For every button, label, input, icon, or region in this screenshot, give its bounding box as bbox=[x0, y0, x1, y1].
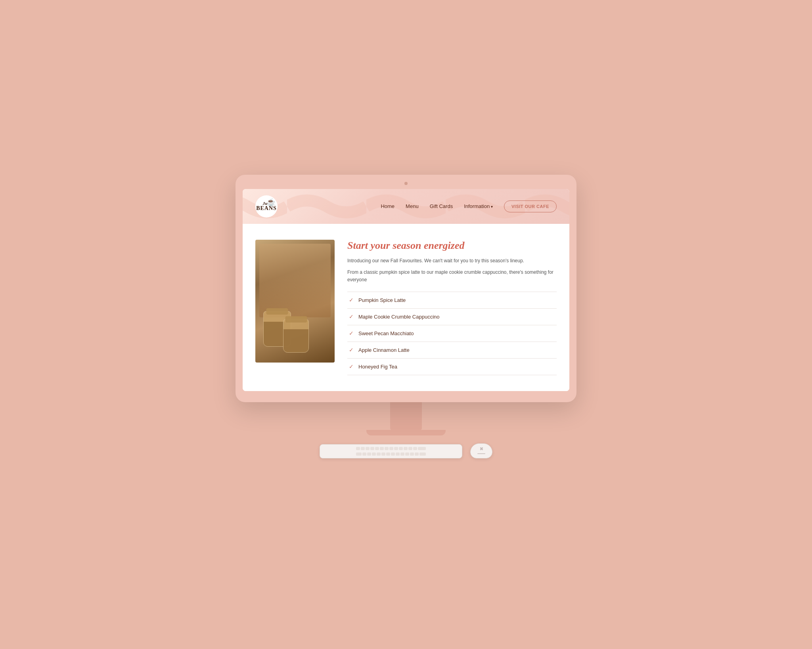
navbar: Just BEANS ☕ Home Menu Gift Cards Inform… bbox=[243, 189, 569, 224]
logo-beans: BEANS bbox=[256, 206, 277, 211]
content-area: Start your season energized Introducing … bbox=[347, 240, 557, 376]
nav-gift-cards[interactable]: Gift Cards bbox=[430, 203, 453, 209]
nav-menu[interactable]: Menu bbox=[406, 203, 419, 209]
check-icon: ✓ bbox=[349, 363, 354, 370]
main-content: Start your season energized Introducing … bbox=[243, 224, 569, 391]
sub-text: From a classic pumpkin spice latte to ou… bbox=[347, 269, 557, 284]
logo[interactable]: Just BEANS ☕ bbox=[255, 195, 278, 218]
monitor-stand-base bbox=[366, 430, 446, 435]
intro-text: Introducing our new Fall Favourites. We … bbox=[347, 257, 557, 265]
check-icon: ✓ bbox=[349, 297, 354, 304]
logo-circle: Just BEANS ☕ bbox=[255, 195, 278, 218]
menu-item-label: Sweet Pecan Macchiato bbox=[358, 330, 414, 336]
list-item: ✓ Maple Cookie Crumble Cappuccino bbox=[347, 309, 557, 325]
menu-item-label: Pumpkin Spice Latte bbox=[358, 297, 406, 303]
list-item: ✓ Apple Cinnamon Latte bbox=[347, 342, 557, 359]
logo-bean-icon: ☕ bbox=[266, 198, 275, 206]
check-icon: ✓ bbox=[349, 330, 354, 337]
keyboard bbox=[320, 444, 462, 458]
list-item: ✓ Honeyed Fig Tea bbox=[347, 359, 557, 375]
hero-image bbox=[255, 240, 335, 363]
camera bbox=[404, 182, 408, 185]
nav-home[interactable]: Home bbox=[381, 203, 395, 209]
check-icon: ✓ bbox=[349, 313, 354, 320]
list-item: ✓ Sweet Pecan Macchiato bbox=[347, 325, 557, 342]
menu-item-label: Maple Cookie Crumble Cappuccino bbox=[358, 314, 440, 320]
peripherals: ⌘ bbox=[320, 443, 492, 458]
monitor: Just BEANS ☕ Home Menu Gift Cards Inform… bbox=[236, 175, 576, 403]
mouse: ⌘ bbox=[470, 443, 492, 458]
nav-links: Home Menu Gift Cards Information VISIT O… bbox=[381, 200, 557, 212]
visit-cafe-button[interactable]: VISIT OUR CAFE bbox=[504, 200, 557, 212]
menu-item-label: Apple Cinnamon Latte bbox=[358, 347, 410, 353]
hero-heading: Start your season energized bbox=[347, 240, 557, 252]
scene: Just BEANS ☕ Home Menu Gift Cards Inform… bbox=[236, 175, 576, 459]
list-item: ✓ Pumpkin Spice Latte bbox=[347, 292, 557, 309]
screen: Just BEANS ☕ Home Menu Gift Cards Inform… bbox=[243, 189, 569, 391]
menu-list: ✓ Pumpkin Spice Latte ✓ Maple Cookie Cru… bbox=[347, 292, 557, 375]
check-icon: ✓ bbox=[349, 347, 354, 353]
menu-item-label: Honeyed Fig Tea bbox=[358, 364, 397, 370]
monitor-stand-neck bbox=[390, 402, 422, 430]
nav-information[interactable]: Information bbox=[464, 203, 493, 209]
